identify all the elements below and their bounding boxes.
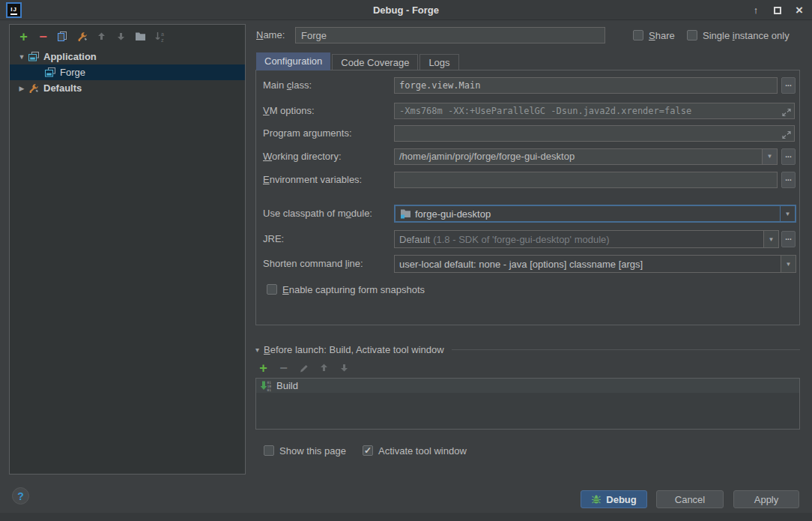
remove-icon: − — [279, 363, 288, 373]
tree-node-defaults[interactable]: ▶ Defaults — [10, 80, 245, 96]
shorten-command-line-value: user-local default: none - java [options… — [399, 259, 643, 270]
main-class-label: Main class: — [263, 77, 312, 94]
help-button[interactable]: ? — [12, 487, 29, 505]
module-dropdown[interactable]: ▼ — [780, 206, 795, 221]
form-snapshots-checkbox[interactable]: Enable capturing form snapshots — [267, 281, 425, 298]
task-item-build[interactable]: 01 10 01 Build — [256, 379, 799, 393]
jre-value: Default — [399, 234, 430, 245]
form-snapshots-label: Enable capturing form snapshots — [282, 284, 425, 295]
edit-task-button[interactable] — [297, 361, 310, 374]
pencil-icon — [299, 363, 309, 373]
vm-options-label: VM options: — [263, 103, 315, 119]
move-task-down-button[interactable] — [338, 361, 351, 374]
remove-configuration-button[interactable]: − — [37, 30, 49, 43]
svg-text:z: z — [161, 37, 164, 43]
shorten-command-line-label: Shorten command line: — [263, 256, 363, 272]
folder-icon — [135, 31, 146, 41]
browse-ellipsis-icon: ... — [785, 235, 791, 241]
sort-configurations-button[interactable]: a z — [154, 30, 166, 43]
before-launch-toolbar: + − — [257, 361, 351, 374]
add-icon: + — [19, 31, 28, 42]
move-task-up-button[interactable] — [318, 361, 330, 374]
tree-node-application[interactable]: ▼ Application — [10, 49, 245, 64]
maximize-window-button[interactable] — [769, 2, 786, 19]
tab-logs[interactable]: Logs — [419, 54, 458, 70]
tab-code-coverage[interactable]: Code Coverage — [332, 54, 418, 70]
expand-field-icon[interactable] — [782, 129, 791, 142]
module-icon — [400, 208, 411, 219]
share-checkbox[interactable]: Share — [633, 27, 675, 43]
shorten-command-line-dropdown[interactable]: ▼ — [781, 256, 796, 272]
configurations-tree: ▼ Application — [10, 49, 245, 96]
section-collapse-icon[interactable]: ▾ — [255, 346, 259, 354]
module-combobox[interactable]: forge-gui-desktop ▼ — [394, 205, 796, 223]
name-label: Name: — [256, 27, 285, 43]
copy-icon — [57, 31, 68, 43]
shade-window-button[interactable]: ↑ — [748, 2, 764, 19]
application-icon — [28, 51, 40, 63]
tree-node-forge[interactable]: Forge — [10, 64, 245, 80]
cancel-button[interactable]: Cancel — [656, 490, 724, 508]
chevron-down-icon: ▼ — [785, 211, 791, 217]
tree-expanded-icon[interactable]: ▼ — [16, 53, 28, 61]
working-directory-dropdown[interactable]: ▼ — [762, 149, 777, 164]
checkbox-box — [687, 30, 697, 40]
environment-variables-field[interactable] — [394, 172, 778, 188]
move-up-button[interactable] — [95, 30, 108, 43]
working-directory-browse-button[interactable]: ... — [781, 148, 796, 165]
single-instance-checkbox[interactable]: Single instance only — [687, 27, 790, 43]
svg-text:a: a — [161, 31, 164, 37]
window-bottom-edge — [0, 513, 812, 521]
before-launch-section-header[interactable]: ▾ Before launch: Build, Activate tool wi… — [255, 344, 800, 355]
show-this-page-checkbox[interactable]: Show this page — [264, 442, 346, 459]
checkbox-box — [633, 30, 643, 40]
debug-button[interactable]: Debug — [581, 490, 647, 508]
config-tabs: Configuration Code Coverage Logs — [256, 52, 461, 70]
jre-combobox[interactable]: Default (1.8 - SDK of 'forge-gui-desktop… — [394, 230, 779, 248]
configurations-tree-panel: + − — [9, 24, 246, 475]
tab-configuration[interactable]: Configuration — [256, 52, 330, 70]
before-launch-task-list: 01 10 01 Build — [255, 378, 800, 430]
module-label: Use classpath of module: — [263, 205, 372, 222]
arrow-down-icon — [115, 31, 127, 42]
working-directory-field[interactable]: /home/jamin/proj/forge/forge-gui-desktop… — [394, 148, 778, 165]
name-input[interactable] — [295, 27, 605, 43]
wrench-icon — [76, 31, 88, 43]
defaults-wrench-icon — [28, 82, 40, 94]
checkbox-box: ✓ — [363, 445, 373, 456]
help-icon: ? — [17, 490, 24, 502]
arrow-up-icon — [96, 31, 107, 42]
create-folder-button[interactable] — [134, 30, 147, 43]
add-task-button[interactable]: + — [257, 361, 270, 374]
checkbox-box — [264, 445, 274, 456]
build-icon: 01 10 01 — [260, 380, 272, 392]
vm-options-field[interactable]: -Xms768m -XX:+UseParallelGC -Dsun.java2d… — [394, 103, 795, 119]
shorten-command-line-combobox[interactable]: user-local default: none - java [options… — [394, 255, 796, 273]
edit-defaults-button[interactable] — [76, 30, 88, 43]
remove-task-button[interactable]: − — [277, 361, 290, 374]
jre-label: JRE: — [263, 231, 284, 247]
main-class-browse-button[interactable]: ... — [781, 77, 796, 94]
main-class-field[interactable]: forge.view.Main — [394, 77, 778, 94]
browse-ellipsis-icon: ... — [785, 152, 791, 158]
move-down-button[interactable] — [115, 30, 127, 43]
bug-icon — [591, 494, 602, 505]
expand-field-icon[interactable] — [782, 106, 791, 119]
jre-dropdown[interactable]: ▼ — [763, 231, 778, 247]
activate-tool-window-label: Activate tool window — [378, 445, 467, 457]
copy-configuration-button[interactable] — [56, 30, 69, 43]
apply-button[interactable]: Apply — [733, 490, 799, 508]
tree-collapsed-icon[interactable]: ▶ — [16, 85, 28, 92]
check-icon: ✓ — [364, 446, 372, 455]
task-item-label: Build — [276, 380, 298, 391]
environment-variables-browse-button[interactable]: ... — [781, 172, 796, 188]
section-divider — [452, 349, 800, 350]
browse-ellipsis-icon: ... — [785, 81, 791, 87]
close-window-button[interactable]: × — [791, 2, 808, 19]
jre-browse-button[interactable]: ... — [781, 231, 796, 247]
working-directory-label: Working directory: — [263, 148, 342, 165]
add-configuration-button[interactable]: + — [17, 30, 30, 43]
program-arguments-field[interactable] — [394, 125, 795, 142]
activate-tool-window-checkbox[interactable]: ✓ Activate tool window — [363, 442, 467, 459]
show-this-page-label: Show this page — [279, 445, 346, 457]
